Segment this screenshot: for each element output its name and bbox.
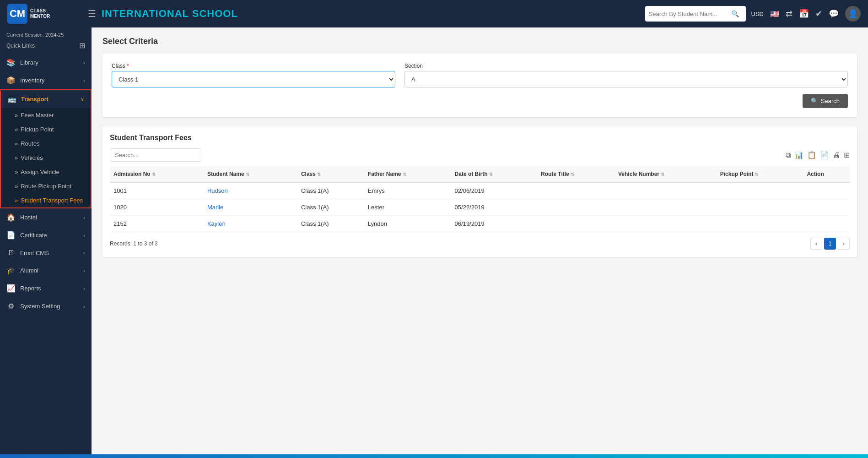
sidebar-item-reports[interactable]: 📈 Reports ›: [0, 279, 92, 297]
sidebar-sub-fees-master[interactable]: » Fees Master: [1, 108, 91, 122]
sidebar-item-hostel[interactable]: 🏠 Hostel ›: [0, 208, 92, 226]
cell-father-name: Lester: [364, 199, 451, 216]
whatsapp-icon[interactable]: 💬: [829, 9, 839, 19]
columns-icon[interactable]: ⊞: [844, 151, 850, 159]
library-icon: 📚: [6, 58, 16, 67]
chevron-right-icon: ›: [83, 233, 85, 238]
class-select[interactable]: Class 1 Class 2 Class 3 Class 4 Class 5: [112, 71, 395, 87]
cell-vehicle-number: [615, 182, 717, 199]
main-layout: Current Session: 2024-25 Quick Links ⊞ 📚…: [0, 27, 868, 454]
sidebar-item-alumni[interactable]: 🎓 Alumni ›: [0, 262, 92, 279]
sidebar-sub-student-transport[interactable]: » Student Transport Fees: [1, 193, 91, 207]
sidebar-sub-routes[interactable]: » Routes: [1, 136, 91, 151]
currency-label[interactable]: USD: [751, 11, 764, 17]
cell-dob: 02/06/2019: [451, 182, 537, 199]
label-pickup-point: Pickup Point: [21, 126, 54, 133]
prev-page-button[interactable]: ‹: [810, 238, 822, 250]
sidebar-item-inventory[interactable]: 📦 Inventory ›: [0, 71, 92, 89]
col-father-name: Father Name⇅: [364, 166, 451, 182]
student-name-link[interactable]: Kaylen: [207, 220, 226, 227]
cell-class: Class 1(A): [297, 199, 364, 216]
cell-route-title: [537, 216, 615, 232]
hamburger-menu[interactable]: ☰: [88, 8, 96, 19]
sidebar-label-transport: Transport: [21, 96, 49, 103]
csv-icon[interactable]: 📋: [807, 151, 816, 159]
logo-letters: CM: [10, 8, 25, 20]
sidebar-label-library: Library: [20, 59, 38, 66]
cell-father-name: Lyndon: [364, 216, 451, 232]
sidebar-label-inventory: Inventory: [20, 77, 44, 84]
label-route-pickup: Route Pickup Point: [21, 183, 71, 190]
student-name-link[interactable]: Hudson: [207, 187, 228, 194]
section-select[interactable]: A B C D: [404, 71, 848, 87]
col-route-title: Route Title⇅: [537, 166, 615, 182]
excel-icon[interactable]: 📊: [794, 151, 803, 159]
table-action-icons: ⧉ 📊 📋 📄 🖨 ⊞: [786, 151, 850, 159]
sidebar-label-front-cms: Front CMS: [20, 250, 49, 256]
transfer-icon[interactable]: ⇄: [786, 9, 793, 19]
grid-icon[interactable]: ⊞: [79, 41, 85, 50]
sidebar-label-reports: Reports: [20, 285, 41, 292]
inventory-icon: 📦: [6, 76, 16, 85]
chevron-right-icon: ›: [83, 78, 85, 83]
cell-pickup-point: [717, 199, 803, 216]
sidebar-item-certificate[interactable]: 📄 Certificate ›: [0, 226, 92, 244]
chevron-down-icon: ∨: [81, 96, 84, 102]
global-search-box: 🔍: [645, 6, 746, 22]
col-admission-no: Admission No⇅: [110, 166, 204, 182]
sidebar-label-alumni: Alumni: [20, 267, 38, 274]
criteria-fields-row: Class * Class 1 Class 2 Class 3 Class 4 …: [112, 63, 848, 87]
page-1-button[interactable]: 1: [824, 238, 836, 250]
sidebar-sub-vehicles[interactable]: » Vehicles: [1, 151, 91, 165]
pagination: ‹ 1 ›: [810, 238, 850, 250]
label-routes: Routes: [21, 140, 39, 147]
table-search-input[interactable]: [110, 148, 201, 162]
reports-icon: 📈: [6, 284, 16, 293]
cell-dob: 05/22/2019: [451, 199, 537, 216]
cell-student-name: Marlie: [204, 199, 297, 216]
global-search-input[interactable]: [649, 11, 731, 17]
copy-icon[interactable]: ⧉: [786, 151, 791, 159]
calendar-icon[interactable]: 📅: [799, 9, 809, 19]
search-icon: 🔍: [731, 10, 739, 17]
sidebar-label-certificate: Certificate: [20, 232, 47, 239]
print-icon[interactable]: 🖨: [833, 151, 840, 159]
flag-icon[interactable]: 🇺🇸: [770, 10, 779, 18]
col-class: Class⇅: [297, 166, 364, 182]
settings-icon: ⚙: [6, 302, 16, 311]
hostel-icon: 🏠: [6, 213, 16, 222]
chevron-right-icon: ›: [83, 304, 85, 309]
class-label: Class *: [112, 63, 395, 69]
sidebar-item-transport[interactable]: 🚌 Transport ∨: [1, 90, 91, 108]
table-row: 2152 Kaylen Class 1(A) Lyndon 06/19/2019: [110, 216, 850, 232]
sidebar-label-system-setting: System Setting: [20, 303, 60, 310]
chevron-right-icon: ›: [83, 268, 85, 273]
student-name-link[interactable]: Marlie: [207, 204, 223, 211]
cell-student-name: Kaylen: [204, 216, 297, 232]
cell-vehicle-number: [615, 199, 717, 216]
sidebar-item-front-cms[interactable]: 🖥 Front CMS ›: [0, 244, 92, 262]
cell-father-name: Emrys: [364, 182, 451, 199]
records-label: Records: 1 to 3 of 3: [110, 240, 158, 247]
sidebar-sub-assign-vehicle[interactable]: » Assign Vehicle: [1, 165, 91, 179]
pdf-icon[interactable]: 📄: [820, 151, 829, 159]
search-button-row: 🔍 Search: [112, 94, 848, 108]
arrow-icon: »: [15, 112, 18, 119]
col-pickup-point: Pickup Point⇅: [717, 166, 803, 182]
cell-class: Class 1(A): [297, 216, 364, 232]
next-page-button[interactable]: ›: [838, 238, 850, 250]
task-icon[interactable]: ✔: [815, 9, 822, 19]
search-button[interactable]: 🔍 Search: [803, 94, 848, 108]
cell-action: [803, 182, 850, 199]
cell-class: Class 1(A): [297, 182, 364, 199]
criteria-box: Class * Class 1 Class 2 Class 3 Class 4 …: [102, 54, 857, 117]
sidebar-sub-route-pickup[interactable]: » Route Pickup Point: [1, 179, 91, 193]
transport-icon: 🚌: [7, 95, 16, 104]
table-row: 1001 Hudson Class 1(A) Emrys 02/06/2019: [110, 182, 850, 199]
sidebar-item-library[interactable]: 📚 Library ›: [0, 54, 92, 71]
col-student-name: Student Name⇅: [204, 166, 297, 182]
sidebar-sub-pickup-point[interactable]: » Pickup Point: [1, 122, 91, 136]
user-avatar[interactable]: 👤: [845, 6, 861, 22]
sidebar-item-system-setting[interactable]: ⚙ System Setting ›: [0, 297, 92, 315]
arrow-icon: »: [15, 183, 18, 190]
